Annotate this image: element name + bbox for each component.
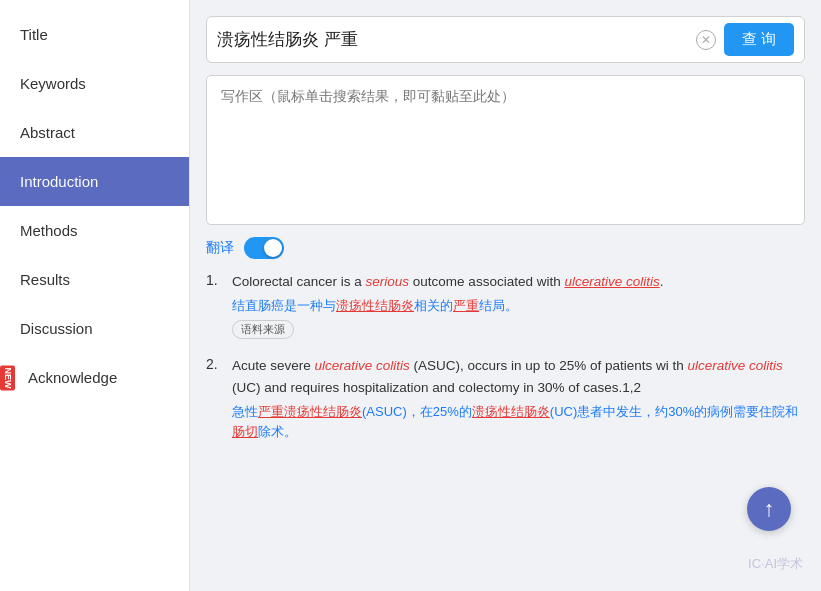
search-button[interactable]: 查 询 xyxy=(724,23,794,56)
scroll-top-button[interactable]: ↑ xyxy=(747,487,791,531)
highlight-zh-uc2: 溃疡性结肠炎 xyxy=(472,404,550,419)
sidebar-item-introduction[interactable]: Introduction xyxy=(0,157,189,206)
highlight-zh-uc: 溃疡性结肠炎 xyxy=(336,298,414,313)
result-en-text-2[interactable]: Acute severe ulcerative colitis (ASUC), … xyxy=(232,355,805,398)
source-badge-1[interactable]: 语料来源 xyxy=(232,320,294,339)
results-list: 1. Colorectal cancer is a serious outcom… xyxy=(206,271,805,443)
result-number-2: 2. xyxy=(206,355,222,443)
sidebar-item-label: Keywords xyxy=(20,75,86,92)
translate-row: 翻译 xyxy=(206,237,805,259)
result-zh-text-1: 结直肠癌是一种与溃疡性结肠炎相关的严重结局。 xyxy=(232,296,805,317)
sidebar-item-methods[interactable]: Methods xyxy=(0,206,189,255)
highlight-uc-2a: ulcerative colitis xyxy=(315,358,410,373)
highlight-zh-resection: 肠切 xyxy=(232,424,258,439)
sidebar-item-label: Discussion xyxy=(20,320,93,337)
search-input[interactable] xyxy=(217,30,688,50)
result-item-1: 1. Colorectal cancer is a serious outcom… xyxy=(206,271,805,339)
sidebar-item-label: Acknowledge xyxy=(28,369,117,386)
sidebar-item-label: Abstract xyxy=(20,124,75,141)
highlight-zh-severe-uc: 严重溃疡性结肠炎 xyxy=(258,404,362,419)
result-number: 1. xyxy=(206,271,222,339)
sidebar-item-results[interactable]: Results xyxy=(0,255,189,304)
toggle-knob xyxy=(264,239,282,257)
highlight-uc-2b: ulcerative colitis xyxy=(687,358,782,373)
result-content-2: Acute severe ulcerative colitis (ASUC), … xyxy=(232,355,805,443)
main-content: ✕ 查 询 翻译 1. Colorectal cancer is a serio… xyxy=(190,0,821,591)
result-zh-text-2: 急性严重溃疡性结肠炎(ASUC)，在25%的溃疡性结肠炎(UC)患者中发生，约3… xyxy=(232,402,805,444)
highlight-serious: serious xyxy=(366,274,410,289)
close-icon: ✕ xyxy=(701,33,711,47)
sidebar-item-acknowledge[interactable]: NEW Acknowledge xyxy=(0,353,189,402)
sidebar-item-discussion[interactable]: Discussion xyxy=(0,304,189,353)
search-clear-button[interactable]: ✕ xyxy=(696,30,716,50)
sidebar-item-label: Methods xyxy=(20,222,78,239)
highlight-uc-1: ulcerative colitis xyxy=(564,274,659,289)
search-bar: ✕ 查 询 xyxy=(206,16,805,63)
sidebar-item-label: Introduction xyxy=(20,173,98,190)
result-item-2: 2. Acute severe ulcerative colitis (ASUC… xyxy=(206,355,805,443)
sidebar: Title Keywords Abstract Introduction Met… xyxy=(0,0,190,591)
sidebar-item-label: Results xyxy=(20,271,70,288)
sidebar-item-label: Title xyxy=(20,26,48,43)
new-badge: NEW xyxy=(0,365,15,390)
sidebar-item-title[interactable]: Title xyxy=(0,10,189,59)
result-content-1: Colorectal cancer is a serious outcome a… xyxy=(232,271,805,339)
translate-toggle[interactable] xyxy=(244,237,284,259)
writing-area[interactable] xyxy=(206,75,805,225)
scroll-top-icon: ↑ xyxy=(764,498,775,520)
highlight-zh-serious: 严重 xyxy=(453,298,479,313)
result-en-text-1[interactable]: Colorectal cancer is a serious outcome a… xyxy=(232,271,805,293)
sidebar-item-abstract[interactable]: Abstract xyxy=(0,108,189,157)
sidebar-item-keywords[interactable]: Keywords xyxy=(0,59,189,108)
translate-label: 翻译 xyxy=(206,239,234,257)
